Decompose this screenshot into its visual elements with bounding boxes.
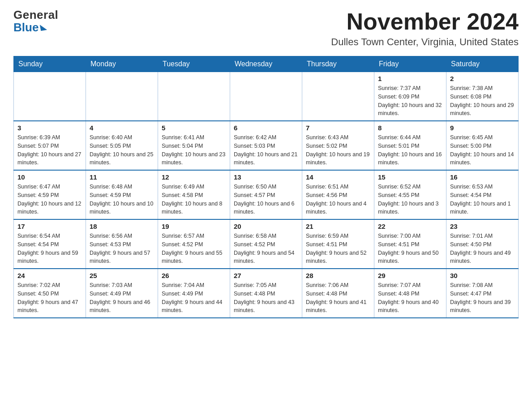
calendar-week-row: 17Sunrise: 6:54 AM Sunset: 4:54 PM Dayli…	[14, 219, 519, 269]
day-number: 3	[17, 124, 82, 132]
day-number: 25	[90, 272, 154, 279]
day-number: 11	[90, 173, 154, 181]
day-sun-info: Sunrise: 7:04 AM Sunset: 4:49 PM Dayligh…	[162, 281, 226, 315]
day-sun-info: Sunrise: 7:37 AM Sunset: 6:09 PM Dayligh…	[378, 84, 442, 118]
day-number: 9	[450, 124, 515, 132]
logo: General Blue	[13, 9, 58, 34]
calendar-cell: 30Sunrise: 7:08 AM Sunset: 4:47 PM Dayli…	[446, 269, 519, 318]
day-number: 30	[450, 272, 515, 279]
weekday-header-tuesday: Tuesday	[158, 56, 230, 72]
day-number: 29	[378, 272, 442, 279]
calendar-cell: 3Sunrise: 6:39 AM Sunset: 5:07 PM Daylig…	[14, 121, 86, 170]
logo-general-text: General	[13, 9, 58, 21]
calendar-week-row: 24Sunrise: 7:02 AM Sunset: 4:50 PM Dayli…	[14, 269, 519, 318]
day-sun-info: Sunrise: 7:07 AM Sunset: 4:48 PM Dayligh…	[378, 281, 442, 315]
calendar-cell: 1Sunrise: 7:37 AM Sunset: 6:09 PM Daylig…	[374, 72, 446, 121]
day-sun-info: Sunrise: 6:39 AM Sunset: 5:07 PM Dayligh…	[17, 133, 82, 167]
logo-triangle-icon	[40, 23, 47, 30]
calendar-cell: 15Sunrise: 6:52 AM Sunset: 4:55 PM Dayli…	[374, 170, 446, 219]
location-subtitle: Dulles Town Center, Virginia, United Sta…	[331, 36, 519, 48]
calendar-cell: 20Sunrise: 6:58 AM Sunset: 4:52 PM Dayli…	[230, 219, 302, 269]
day-number: 27	[234, 272, 298, 279]
day-sun-info: Sunrise: 6:43 AM Sunset: 5:02 PM Dayligh…	[306, 133, 370, 167]
month-year-title: November 2024	[331, 9, 519, 34]
day-number: 12	[162, 173, 226, 181]
calendar-cell: 27Sunrise: 7:05 AM Sunset: 4:48 PM Dayli…	[230, 269, 302, 318]
day-number: 20	[234, 223, 298, 230]
day-number: 23	[450, 223, 515, 230]
calendar-cell: 10Sunrise: 6:47 AM Sunset: 4:59 PM Dayli…	[14, 170, 86, 219]
calendar-cell: 22Sunrise: 7:00 AM Sunset: 4:51 PM Dayli…	[374, 219, 446, 269]
day-sun-info: Sunrise: 6:40 AM Sunset: 5:05 PM Dayligh…	[90, 133, 154, 167]
calendar-cell	[230, 72, 302, 121]
calendar-cell: 19Sunrise: 6:57 AM Sunset: 4:52 PM Dayli…	[158, 219, 230, 269]
calendar-cell: 16Sunrise: 6:53 AM Sunset: 4:54 PM Dayli…	[446, 170, 519, 219]
day-number: 10	[17, 173, 82, 181]
day-number: 14	[306, 173, 370, 181]
day-sun-info: Sunrise: 6:52 AM Sunset: 4:55 PM Dayligh…	[378, 183, 442, 216]
calendar-cell: 9Sunrise: 6:45 AM Sunset: 5:00 PM Daylig…	[446, 121, 519, 170]
day-number: 4	[90, 124, 154, 132]
day-sun-info: Sunrise: 7:38 AM Sunset: 6:08 PM Dayligh…	[450, 84, 515, 118]
day-number: 26	[162, 272, 226, 279]
day-sun-info: Sunrise: 6:42 AM Sunset: 5:03 PM Dayligh…	[234, 133, 298, 167]
day-sun-info: Sunrise: 6:59 AM Sunset: 4:51 PM Dayligh…	[306, 232, 370, 265]
calendar-cell	[302, 72, 374, 121]
calendar-cell	[14, 72, 86, 121]
calendar-cell: 5Sunrise: 6:41 AM Sunset: 5:04 PM Daylig…	[158, 121, 230, 170]
calendar-cell: 11Sunrise: 6:48 AM Sunset: 4:59 PM Dayli…	[86, 170, 158, 219]
calendar-cell: 25Sunrise: 7:03 AM Sunset: 4:49 PM Dayli…	[86, 269, 158, 318]
calendar-cell: 28Sunrise: 7:06 AM Sunset: 4:48 PM Dayli…	[302, 269, 374, 318]
calendar-cell: 2Sunrise: 7:38 AM Sunset: 6:08 PM Daylig…	[446, 72, 519, 121]
day-sun-info: Sunrise: 6:58 AM Sunset: 4:52 PM Dayligh…	[234, 232, 298, 265]
day-sun-info: Sunrise: 6:56 AM Sunset: 4:53 PM Dayligh…	[90, 232, 154, 265]
day-number: 2	[450, 75, 515, 82]
calendar-cell: 29Sunrise: 7:07 AM Sunset: 4:48 PM Dayli…	[374, 269, 446, 318]
day-sun-info: Sunrise: 7:03 AM Sunset: 4:49 PM Dayligh…	[90, 281, 154, 315]
day-number: 24	[17, 272, 82, 279]
day-number: 15	[378, 173, 442, 181]
calendar-cell	[86, 72, 158, 121]
logo-blue-text: Blue	[13, 21, 39, 34]
weekday-header-saturday: Saturday	[446, 56, 519, 72]
calendar-table: SundayMondayTuesdayWednesdayThursdayFrid…	[13, 56, 519, 318]
weekday-header-wednesday: Wednesday	[230, 56, 302, 72]
calendar-cell: 21Sunrise: 6:59 AM Sunset: 4:51 PM Dayli…	[302, 219, 374, 269]
day-number: 6	[234, 124, 298, 132]
day-sun-info: Sunrise: 7:00 AM Sunset: 4:51 PM Dayligh…	[378, 232, 442, 265]
day-sun-info: Sunrise: 6:41 AM Sunset: 5:04 PM Dayligh…	[162, 133, 226, 167]
calendar-week-row: 1Sunrise: 7:37 AM Sunset: 6:09 PM Daylig…	[14, 72, 519, 121]
calendar-cell: 26Sunrise: 7:04 AM Sunset: 4:49 PM Dayli…	[158, 269, 230, 318]
day-sun-info: Sunrise: 6:51 AM Sunset: 4:56 PM Dayligh…	[306, 183, 370, 216]
day-number: 13	[234, 173, 298, 181]
day-sun-info: Sunrise: 7:08 AM Sunset: 4:47 PM Dayligh…	[450, 281, 515, 315]
day-sun-info: Sunrise: 7:06 AM Sunset: 4:48 PM Dayligh…	[306, 281, 370, 315]
day-number: 1	[378, 75, 442, 82]
weekday-header-row: SundayMondayTuesdayWednesdayThursdayFrid…	[14, 56, 519, 72]
day-sun-info: Sunrise: 6:49 AM Sunset: 4:58 PM Dayligh…	[162, 183, 226, 216]
day-sun-info: Sunrise: 6:53 AM Sunset: 4:54 PM Dayligh…	[450, 183, 515, 216]
calendar-header: SundayMondayTuesdayWednesdayThursdayFrid…	[14, 56, 519, 72]
day-number: 22	[378, 223, 442, 230]
day-sun-info: Sunrise: 6:47 AM Sunset: 4:59 PM Dayligh…	[17, 183, 82, 216]
calendar-cell: 14Sunrise: 6:51 AM Sunset: 4:56 PM Dayli…	[302, 170, 374, 219]
title-area: November 2024 Dulles Town Center, Virgin…	[331, 9, 519, 48]
calendar-cell: 6Sunrise: 6:42 AM Sunset: 5:03 PM Daylig…	[230, 121, 302, 170]
day-sun-info: Sunrise: 7:02 AM Sunset: 4:50 PM Dayligh…	[17, 281, 82, 315]
day-number: 8	[378, 124, 442, 132]
calendar-cell	[158, 72, 230, 121]
calendar-cell: 23Sunrise: 7:01 AM Sunset: 4:50 PM Dayli…	[446, 219, 519, 269]
weekday-header-friday: Friday	[374, 56, 446, 72]
day-sun-info: Sunrise: 7:01 AM Sunset: 4:50 PM Dayligh…	[450, 232, 515, 265]
day-sun-info: Sunrise: 6:45 AM Sunset: 5:00 PM Dayligh…	[450, 133, 515, 167]
calendar-cell: 8Sunrise: 6:44 AM Sunset: 5:01 PM Daylig…	[374, 121, 446, 170]
calendar-body: 1Sunrise: 7:37 AM Sunset: 6:09 PM Daylig…	[14, 72, 519, 318]
calendar-week-row: 3Sunrise: 6:39 AM Sunset: 5:07 PM Daylig…	[14, 121, 519, 170]
calendar-cell: 24Sunrise: 7:02 AM Sunset: 4:50 PM Dayli…	[14, 269, 86, 318]
day-number: 7	[306, 124, 370, 132]
calendar-cell: 13Sunrise: 6:50 AM Sunset: 4:57 PM Dayli…	[230, 170, 302, 219]
calendar-cell: 18Sunrise: 6:56 AM Sunset: 4:53 PM Dayli…	[86, 219, 158, 269]
day-number: 17	[17, 223, 82, 230]
day-sun-info: Sunrise: 6:48 AM Sunset: 4:59 PM Dayligh…	[90, 183, 154, 216]
day-number: 28	[306, 272, 370, 279]
